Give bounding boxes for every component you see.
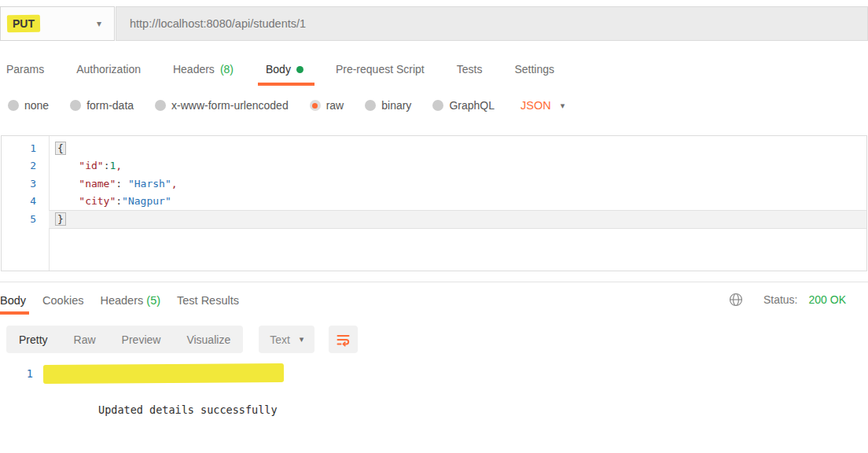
chevron-down-icon[interactable]: ▾ [97, 18, 101, 29]
response-format-value: Text [270, 333, 290, 346]
tab-params[interactable]: Params [6, 63, 44, 76]
editor-line[interactable]: 5} [2, 211, 866, 228]
tab-pre-request-script[interactable]: Pre-request Script [336, 63, 425, 76]
globe-icon[interactable] [729, 293, 743, 307]
tab-settings[interactable]: Settings [514, 63, 554, 76]
radio-icon [432, 100, 443, 111]
response-tab-headers[interactable]: Headers (5) [100, 294, 160, 307]
body-modified-dot-icon [296, 66, 303, 73]
view-raw[interactable]: Raw [74, 333, 96, 346]
mode-raw[interactable]: raw [310, 99, 344, 112]
tab-tests[interactable]: Tests [457, 63, 483, 76]
code-line-content: "id":1, [49, 157, 866, 175]
response-status-area: Status: 200 OK [729, 291, 846, 308]
line-number: 2 [2, 157, 49, 175]
request-tabs: Params Authorization Headers(8) Body Pre… [6, 60, 554, 79]
response-tab-cookies[interactable]: Cookies [42, 294, 83, 307]
mode-graphql[interactable]: GraphQL [432, 99, 495, 112]
line-number: 4 [2, 193, 49, 210]
mode-x-www-form-urlencoded[interactable]: x-www-form-urlencoded [155, 99, 289, 112]
tab-headers[interactable]: Headers(8) [173, 63, 234, 76]
request-body-editor-lines: 1{2 "id":1,3 "name": "Harsh",4 "city":"N… [2, 140, 866, 228]
wrap-text-icon [335, 332, 351, 348]
radio-icon [70, 100, 81, 111]
editor-line[interactable]: 4 "city":"Nagpur" [2, 193, 866, 210]
code-line-content: } [49, 211, 866, 228]
response-view-switch: Pretty Raw Preview Visualize [6, 326, 243, 353]
code-line-content: { [49, 140, 866, 157]
method-value: PUT [13, 17, 35, 30]
response-line: 1 Updated details successfully [0, 365, 278, 383]
method-dropdown[interactable]: PUT ▾ [0, 6, 115, 41]
wrap-text-button[interactable] [329, 326, 358, 353]
postman-window: PUT ▾ http://localhost:8080/api/students… [0, 0, 868, 453]
request-body-editor[interactable]: 1{2 "id":1,3 "name": "Harsh",4 "city":"N… [1, 135, 867, 271]
view-visualize[interactable]: Visualize [186, 333, 230, 346]
body-mode-selector: none form-data x-www-form-urlencoded raw… [8, 96, 565, 115]
response-tab-body[interactable]: Body [0, 294, 26, 307]
radio-icon [155, 100, 166, 111]
radio-icon [8, 100, 19, 111]
radio-selected-icon [310, 100, 321, 111]
line-number: 1 [0, 365, 35, 383]
chevron-down-icon: ▾ [561, 101, 565, 111]
code-line-content: "city":"Nagpur" [49, 193, 866, 210]
view-pretty[interactable]: Pretty [19, 333, 48, 346]
response-headers-count-badge: (5) [146, 294, 160, 307]
tab-authorization[interactable]: Authorization [76, 63, 141, 76]
line-number: 1 [2, 140, 49, 157]
request-url-bar: PUT ▾ http://localhost:8080/api/students… [0, 6, 868, 41]
editor-line[interactable]: 1{ [2, 140, 866, 157]
url-input[interactable]: http://localhost:8080/api/students/1 [116, 6, 868, 41]
status-value[interactable]: 200 OK [809, 293, 846, 306]
response-text: Updated details successfully [47, 365, 278, 383]
method-label: PUT [7, 15, 40, 32]
status-label: Status: [763, 293, 798, 306]
mode-none[interactable]: none [8, 99, 49, 112]
headers-count-badge: (8) [220, 63, 234, 76]
section-divider [0, 282, 868, 282]
tab-body[interactable]: Body [266, 63, 303, 76]
mode-form-data[interactable]: form-data [70, 99, 134, 112]
chevron-down-icon: ▾ [300, 334, 304, 344]
yellow-highlight-annotation [43, 363, 284, 384]
url-value: http://localhost:8080/api/students/1 [130, 17, 306, 30]
line-number: 5 [2, 211, 49, 228]
view-preview[interactable]: Preview [122, 333, 161, 346]
response-body[interactable]: 1 Updated details successfully [0, 365, 278, 383]
code-line-content: "name": "Harsh", [49, 175, 866, 193]
response-toolbar: Pretty Raw Preview Visualize Text ▾ [6, 326, 358, 353]
response-tabs: Body Cookies Headers (5) Test Results [0, 291, 239, 310]
editor-line[interactable]: 3 "name": "Harsh", [2, 175, 866, 193]
mode-binary[interactable]: binary [365, 99, 411, 112]
editor-line[interactable]: 2 "id":1, [2, 157, 866, 175]
response-format-dropdown[interactable]: Text ▾ [259, 326, 314, 353]
format-value: JSON [520, 99, 551, 112]
raw-format-dropdown[interactable]: JSON ▾ [520, 99, 565, 112]
radio-icon [365, 100, 376, 111]
response-tab-test-results[interactable]: Test Results [177, 294, 239, 307]
line-number: 3 [2, 175, 49, 193]
